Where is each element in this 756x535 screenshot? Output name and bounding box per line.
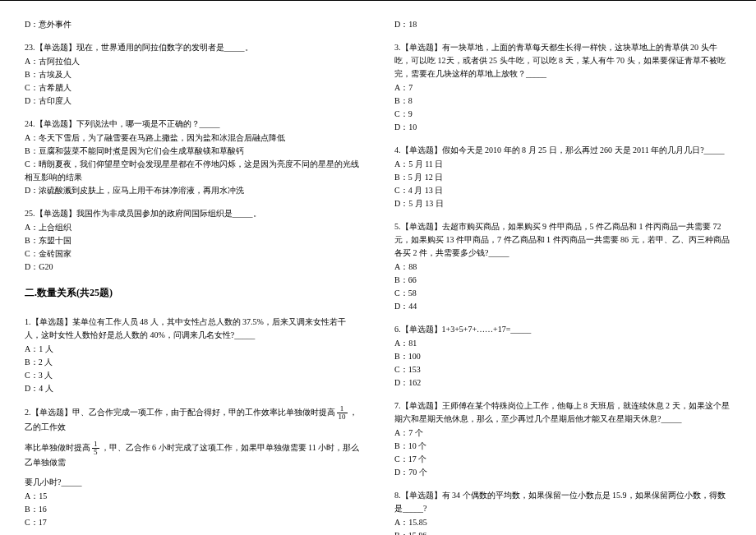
right-column: D：18 3.【单选题】有一块草地，上面的青草每天都生长得一样快，这块草地上的青… — [394, 18, 731, 535]
option-a: A：1 人 — [25, 343, 362, 356]
section-title: 二.数量关系(共25题) — [25, 285, 362, 301]
sec2-q1: 1.【单选题】某单位有工作人员 48 人，其中女性占总人数的 37.5%，后来又… — [25, 316, 362, 395]
q23: 23.【单选题】现在，世界通用的阿拉伯数字的发明者是_____。 A：古阿拉伯人… — [25, 41, 362, 108]
question-text: 3.【单选题】有一块草地，上面的青草每天都生长得一样快，这块草地上的青草供 20… — [394, 41, 731, 81]
option-c: C：153 — [394, 363, 731, 376]
option-a: A：上合组织 — [25, 221, 362, 234]
option-d: D：44 — [394, 300, 731, 313]
option-b: B：古埃及人 — [25, 68, 362, 81]
option-a: A：7 个 — [394, 427, 731, 440]
sec2-q3: 3.【单选题】有一块草地，上面的青草每天都生长得一样快，这块草地上的青草供 20… — [394, 41, 731, 134]
question-text: 5.【单选题】去超市购买商品，如果购买 9 件甲商品，5 件乙商品和 1 件丙商… — [394, 220, 731, 260]
option-c: C：9 — [394, 108, 731, 121]
option-c: C：3 人 — [25, 369, 362, 382]
option-c: C：4 月 13 日 — [394, 184, 731, 197]
sec2-q2: 2.【单选题】甲、乙合作完成一项工作，由于配合得好，甲的工作效率比单独做时提高1… — [25, 405, 362, 529]
option-a: A：88 — [394, 261, 731, 274]
sec2-q4: 4.【单选题】假如今天是 2010 年的 8 月 25 日，那么再过 260 天… — [394, 144, 731, 210]
question-text: 6.【单选题】1+3+5+7+……+17=_____ — [394, 323, 731, 336]
question-text: 25.【单选题】我国作为非成员国参加的政府间国际组织是_____。 — [25, 207, 362, 220]
option-a: A：5 月 11 日 — [394, 158, 731, 171]
option-b: B：100 — [394, 350, 731, 363]
option-b: B：8 — [394, 95, 731, 108]
q24: 24.【单选题】下列说法中，哪一项是不正确的？_____ A：冬天下雪后，为了融… — [25, 118, 362, 197]
option-c: C：金砖国家 — [25, 247, 362, 261]
option-a: A：7 — [394, 81, 731, 95]
option-d: D：162 — [394, 376, 731, 390]
question-text: 7.【单选题】王师傅在某个特殊岗位上工作，他每上 8 天班后，就连续休息 2 天… — [394, 399, 731, 426]
option-d: D：18 — [394, 18, 731, 31]
q22-partial: D：意外事件 — [25, 18, 362, 31]
option-b: B：5 月 12 日 — [394, 171, 731, 184]
fraction-icon: 15 — [92, 440, 99, 456]
q25: 25.【单选题】我国作为非成员国参加的政府间国际组织是_____。 A：上合组织… — [25, 207, 362, 274]
option-a: A：冬天下雪后，为了融雪要在马路上撒盐，因为盐和冰混合后融点降低 — [25, 131, 362, 145]
sec2-q6: 6.【单选题】1+3+5+7+……+17=_____ A：81 B：100 C：… — [394, 323, 731, 390]
option-a: A：81 — [394, 337, 731, 350]
option-b: B：16 — [25, 503, 362, 516]
option-b: B：10 个 — [394, 440, 731, 453]
option: D：意外事件 — [25, 18, 362, 31]
option-c: C：58 — [394, 287, 731, 300]
option-c: C：17 个 — [394, 453, 731, 466]
option-c: C：17 — [25, 516, 362, 529]
option-d: D：4 人 — [25, 382, 362, 395]
option-d: D：G20 — [25, 261, 362, 274]
option-c: C：晴朗夏夜，我们仰望星空时会发现星星都在不停地闪烁，这是因为亮度不同的星星的光… — [25, 158, 362, 184]
sec2-q8: 8.【单选题】有 34 个偶数的平均数，如果保留一位小数点是 15.9，如果保留… — [394, 489, 731, 535]
option-d: D：5 月 13 日 — [394, 197, 731, 210]
option-a: A：古阿拉伯人 — [25, 55, 362, 68]
option-a: A：15 — [25, 490, 362, 503]
question-text-line2: 率比单独做时提高15，甲、乙合作 6 小时完成了这项工作，如果甲单独做需要 11… — [25, 440, 362, 469]
option-a: A：15.85 — [394, 516, 731, 529]
fraction-icon: 110 — [337, 405, 348, 421]
left-column: D：意外事件 23.【单选题】现在，世界通用的阿拉伯数字的发明者是_____。 … — [25, 18, 362, 535]
option-d: D：70 个 — [394, 466, 731, 479]
question-text: 1.【单选题】某单位有工作人员 48 人，其中女性占总人数的 37.5%，后来又… — [25, 316, 362, 342]
option-d: D：浓硫酸溅到皮肤上，应马上用干布抹净溶液，再用水冲洗 — [25, 184, 362, 197]
sec2-q7: 7.【单选题】王师傅在某个特殊岗位上工作，他每上 8 天班后，就连续休息 2 天… — [394, 399, 731, 479]
question-text: 23.【单选题】现在，世界通用的阿拉伯数字的发明者是_____。 — [25, 41, 362, 54]
option-b: B：东盟十国 — [25, 234, 362, 247]
question-text-line3: 要几小时?_____ — [25, 476, 362, 489]
sec2-q5: 5.【单选题】去超市购买商品，如果购买 9 件甲商品，5 件乙商品和 1 件丙商… — [394, 220, 731, 313]
option-d: D：10 — [394, 121, 731, 134]
option-b: B：2 人 — [25, 356, 362, 369]
option-b: B：66 — [394, 274, 731, 287]
q2-continued: D：18 — [394, 18, 731, 31]
question-text: 4.【单选题】假如今天是 2010 年的 8 月 25 日，那么再过 260 天… — [394, 144, 731, 157]
option-b: B：15.86 — [394, 529, 731, 535]
option-b: B：豆腐和菠菜不能同时煮是因为它们会生成草酸镁和草酸钙 — [25, 145, 362, 158]
option-c: C：古希腊人 — [25, 81, 362, 95]
question-text-line1: 2.【单选题】甲、乙合作完成一项工作，由于配合得好，甲的工作效率比单独做时提高1… — [25, 405, 362, 434]
question-text: 24.【单选题】下列说法中，哪一项是不正确的？_____ — [25, 118, 362, 131]
option-d: D：古印度人 — [25, 95, 362, 108]
question-text: 8.【单选题】有 34 个偶数的平均数，如果保留一位小数点是 15.9，如果保留… — [394, 489, 731, 515]
